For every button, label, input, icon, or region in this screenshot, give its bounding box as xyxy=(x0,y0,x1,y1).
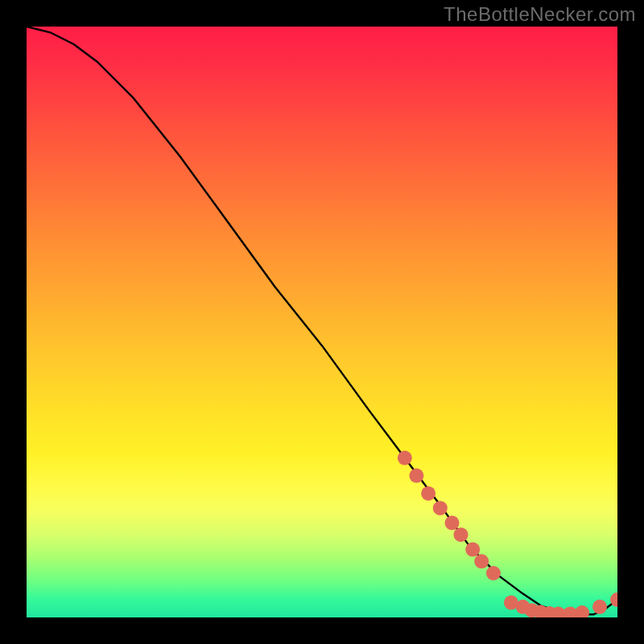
plot-area xyxy=(27,27,617,617)
marker-dot xyxy=(486,566,501,580)
marker-dot xyxy=(465,543,480,557)
watermark-label: TheBottleNecker.com xyxy=(444,3,636,26)
marker-dot xyxy=(454,527,469,542)
marker-dot xyxy=(474,554,489,568)
marker-dot xyxy=(409,469,423,483)
marker-dot xyxy=(421,486,436,501)
chart-stage: TheBottleNecker.com xyxy=(0,0,644,644)
marker-dot xyxy=(445,516,460,530)
marker-dot xyxy=(398,451,412,465)
chart-svg xyxy=(27,27,617,617)
marker-group xyxy=(398,451,617,617)
marker-dot xyxy=(575,605,589,617)
marker-dot xyxy=(433,501,448,515)
marker-dot xyxy=(592,600,607,614)
curve-path xyxy=(27,27,617,614)
